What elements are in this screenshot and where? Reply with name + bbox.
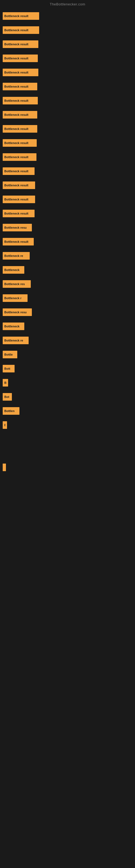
bottleneck-bar[interactable]: Bottleneck result bbox=[3, 83, 37, 90]
bar-row: Bottleneck re bbox=[3, 333, 132, 347]
bar-row: Bottleneck result bbox=[3, 23, 132, 37]
bar-label: Bottleneck re bbox=[4, 339, 23, 342]
bottleneck-bar[interactable]: Bottleneck result bbox=[3, 153, 37, 161]
bar-wrapper: Bottleneck re bbox=[3, 249, 30, 263]
bar-row bbox=[3, 517, 132, 531]
bar-wrapper: Bottleneck result bbox=[3, 136, 37, 150]
bottleneck-bar[interactable]: Bottleneck result bbox=[3, 12, 39, 20]
bottleneck-bar[interactable]: Bottleneck bbox=[3, 322, 24, 330]
bar-row: Bottleneck result bbox=[3, 94, 132, 108]
bar-label: Bottleneck result bbox=[4, 14, 28, 18]
bar-row: Bottleneck result bbox=[3, 192, 132, 207]
bar-wrapper: Bottleneck res bbox=[3, 277, 31, 291]
bar-row bbox=[3, 573, 132, 587]
bottleneck-bar[interactable]: Bottleneck resu bbox=[3, 308, 32, 316]
bar-row: Bottleneck re bbox=[3, 249, 132, 263]
bar-label: Bottleneck resu bbox=[4, 226, 27, 229]
bar-wrapper: Bottleneck r bbox=[3, 291, 28, 305]
bar-wrapper: B bbox=[3, 376, 8, 390]
bottleneck-bar[interactable]: Bottleneck re bbox=[3, 337, 29, 344]
bar-row bbox=[3, 446, 132, 460]
bar-wrapper: Bott bbox=[3, 362, 14, 376]
bar-wrapper: Bottleneck result bbox=[3, 164, 35, 178]
bar-label: Bottleneck re bbox=[4, 254, 23, 257]
bar-wrapper: Bottleneck result bbox=[3, 178, 35, 192]
bar-row: Bottleneck res bbox=[3, 277, 132, 291]
bar-row bbox=[3, 489, 132, 503]
bar-wrapper: Bottleneck result bbox=[3, 9, 39, 23]
bottleneck-bar[interactable]: Bottleneck result bbox=[3, 167, 35, 175]
bottleneck-bar[interactable]: Bottleneck result bbox=[3, 26, 39, 34]
bottleneck-bar[interactable]: Bottleneck r bbox=[3, 294, 28, 302]
bar-row: Bottleneck result bbox=[3, 235, 132, 249]
bar-row: Bottleneck resu bbox=[3, 220, 132, 235]
bar-label: Bottleneck resu bbox=[4, 311, 27, 314]
bottleneck-bar[interactable]: Bottleneck resu bbox=[3, 224, 32, 231]
bar-row: B bbox=[3, 418, 132, 432]
bottleneck-bar[interactable]: Bottleneck result bbox=[3, 195, 35, 203]
bottleneck-bar[interactable]: Bottleneck result bbox=[3, 182, 35, 189]
bar-row bbox=[3, 432, 132, 446]
bar-row bbox=[3, 503, 132, 517]
bottleneck-bar[interactable]: B bbox=[3, 421, 7, 429]
bottleneck-bar[interactable]: Bottleneck result bbox=[3, 40, 38, 48]
bar-row: Bottleneck bbox=[3, 319, 132, 333]
bar-label: Bottleneck result bbox=[4, 29, 28, 32]
bar-label: Bottleneck result bbox=[4, 71, 28, 74]
bar-row: Bottleneck result bbox=[3, 9, 132, 23]
bar-wrapper: Bot bbox=[3, 390, 12, 404]
bar-wrapper: Bottleneck re bbox=[3, 333, 29, 347]
bar-wrapper: B bbox=[3, 418, 7, 432]
bar-row bbox=[3, 601, 132, 616]
bar-label: Bottleneck r bbox=[4, 297, 21, 300]
bar-label: Bottleneck bbox=[4, 268, 19, 272]
bar-row bbox=[3, 658, 132, 672]
bars-container: Bottleneck resultBottleneck resultBottle… bbox=[0, 8, 135, 714]
bar-label: Bottleneck result bbox=[4, 155, 28, 159]
bottleneck-bar[interactable]: Bottleneck result bbox=[3, 238, 34, 246]
bottleneck-bar[interactable]: Bottleneck result bbox=[3, 111, 37, 119]
bar-label: B bbox=[4, 424, 5, 427]
bar-row: Bottleneck result bbox=[3, 178, 132, 192]
bar-row: Bottleneck result bbox=[3, 164, 132, 178]
bar-label: Bottleneck result bbox=[4, 141, 28, 145]
bar-label: Bottleneck result bbox=[4, 113, 28, 116]
bar-row: Bott bbox=[3, 362, 132, 376]
bar-row bbox=[3, 545, 132, 559]
bottleneck-bar[interactable]: B bbox=[3, 464, 6, 471]
bar-row bbox=[3, 700, 132, 714]
bottleneck-bar[interactable]: Bottleneck res bbox=[3, 280, 31, 288]
bottleneck-bar[interactable]: Bottleneck bbox=[3, 266, 24, 274]
bar-wrapper: Bottleneck bbox=[3, 263, 24, 277]
bar-label: Bottleneck res bbox=[4, 282, 25, 286]
bottleneck-bar[interactable]: Bottleneck result bbox=[3, 69, 38, 76]
bar-row: Bottleneck r bbox=[3, 291, 132, 305]
bar-row: Bottleneck resu bbox=[3, 305, 132, 319]
bottleneck-bar[interactable]: Bot bbox=[3, 393, 12, 401]
bottleneck-bar[interactable]: Bottle bbox=[3, 351, 17, 358]
bar-wrapper: Bottleneck result bbox=[3, 192, 35, 207]
bar-row: Bottleneck result bbox=[3, 207, 132, 220]
bottleneck-bar[interactable]: Bottleneck result bbox=[3, 55, 38, 62]
bottleneck-bar[interactable]: Bottleneck result bbox=[3, 97, 38, 104]
bar-wrapper: Bottleneck bbox=[3, 319, 24, 333]
bottleneck-bar[interactable]: Bottleneck re bbox=[3, 252, 30, 259]
bar-row bbox=[3, 629, 132, 644]
bottleneck-bar[interactable]: Bottleneck result bbox=[3, 210, 35, 217]
bottleneck-bar[interactable]: B bbox=[3, 379, 8, 386]
bar-row bbox=[3, 587, 132, 601]
bar-row bbox=[3, 672, 132, 686]
bar-label: Bottleneck result bbox=[4, 240, 28, 243]
bottleneck-bar[interactable]: Bottleneck result bbox=[3, 125, 37, 133]
bar-wrapper: Bottlen bbox=[3, 404, 19, 418]
bar-label: Bottleneck result bbox=[4, 85, 28, 88]
bar-label: Bottleneck result bbox=[4, 169, 28, 173]
bottleneck-bar[interactable]: Bottleneck result bbox=[3, 139, 37, 147]
bar-wrapper: Bottleneck result bbox=[3, 51, 38, 65]
bar-row bbox=[3, 616, 132, 629]
bar-wrapper: Bottle bbox=[3, 347, 17, 362]
bar-label: Bottleneck result bbox=[4, 212, 28, 215]
site-title: TheBottlenecker.com bbox=[0, 0, 135, 8]
bottleneck-bar[interactable]: Bott bbox=[3, 365, 14, 372]
bottleneck-bar[interactable]: Bottlen bbox=[3, 407, 19, 415]
